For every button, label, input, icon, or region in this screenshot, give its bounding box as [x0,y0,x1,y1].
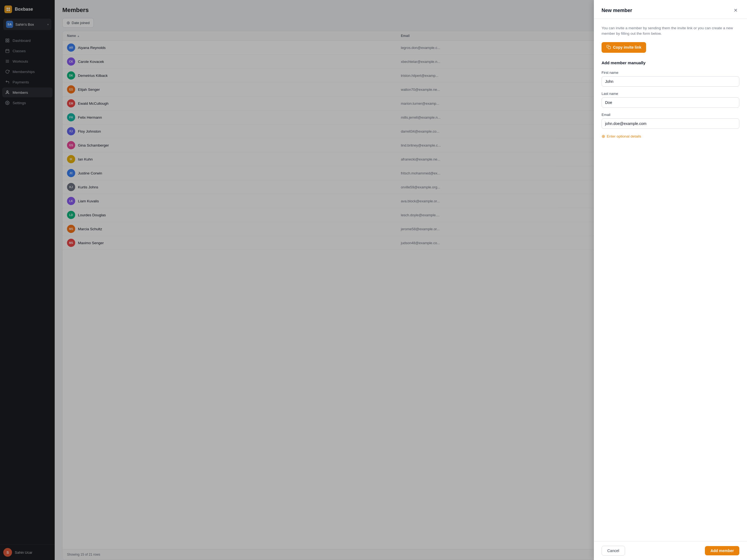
modal-header: New member ✕ [594,0,747,19]
copy-invite-label: Copy invite link [613,45,641,50]
close-button[interactable]: ✕ [732,6,739,14]
cancel-button[interactable]: Cancel [601,546,625,556]
copy-icon [607,45,611,50]
modal-body: You can invite a member by sending them … [594,19,747,541]
modal-title: New member [601,8,632,14]
new-member-panel: New member ✕ You can invite a member by … [594,0,747,560]
svg-rect-17 [608,47,611,49]
last-name-label: Last name [601,92,739,96]
plus-circle-icon: ⊕ [601,134,605,139]
email-label: Email [601,113,739,117]
last-name-input[interactable] [601,97,739,108]
first-name-input[interactable] [601,76,739,87]
first-name-label: First name [601,71,739,75]
first-name-group: First name [601,71,739,87]
modal-description: You can invite a member by sending them … [601,25,739,36]
email-group: Email [601,113,739,129]
modal-overlay[interactable]: New member ✕ You can invite a member by … [0,0,747,560]
optional-details-label: Enter optional details [607,134,641,138]
last-name-group: Last name [601,92,739,108]
optional-details-button[interactable]: ⊕ Enter optional details [601,134,641,139]
section-title: Add member manually [601,60,739,65]
email-input[interactable] [601,119,739,129]
add-member-button[interactable]: Add member [705,546,739,555]
modal-footer: Cancel Add member [594,541,747,560]
copy-invite-button[interactable]: Copy invite link [601,42,646,53]
